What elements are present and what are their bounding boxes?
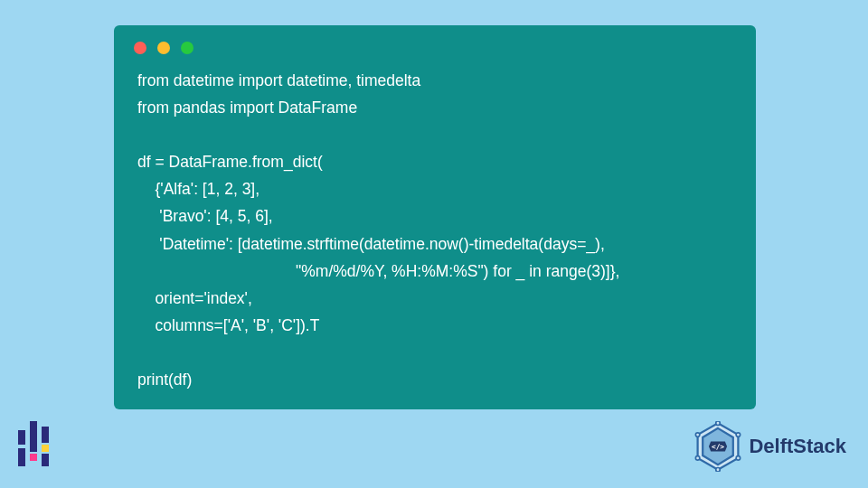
delftstack-brand: </> DelftStack bbox=[693, 421, 846, 472]
close-dot-icon bbox=[134, 42, 146, 54]
svg-point-9 bbox=[696, 433, 700, 436]
secondary-logo-icon bbox=[18, 421, 58, 468]
svg-point-5 bbox=[737, 433, 741, 436]
code-snippet-card: from datetime import datetime, timedelta… bbox=[114, 25, 756, 409]
maximize-dot-icon bbox=[181, 42, 193, 54]
svg-point-7 bbox=[716, 468, 720, 472]
code-block: from datetime import datetime, timedelta… bbox=[114, 67, 756, 397]
svg-point-4 bbox=[716, 421, 720, 425]
svg-point-6 bbox=[737, 456, 741, 460]
svg-text:</>: </> bbox=[712, 443, 724, 451]
brand-name: DelftStack bbox=[749, 435, 846, 458]
minimize-dot-icon bbox=[157, 42, 170, 54]
svg-point-8 bbox=[696, 456, 700, 460]
delftstack-logo-icon: </> bbox=[693, 421, 743, 472]
window-traffic-lights bbox=[114, 42, 756, 67]
